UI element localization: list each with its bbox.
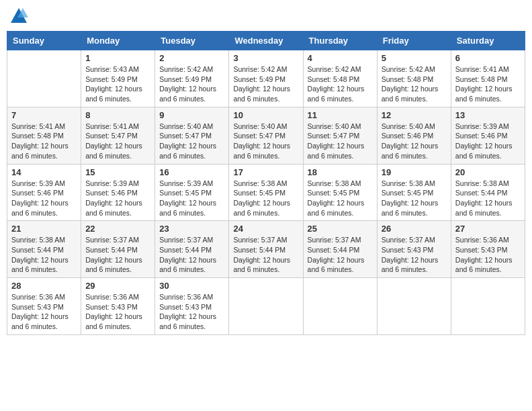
calendar-cell: 8Sunrise: 5:41 AM Sunset: 5:47 PM Daylig… [81, 107, 155, 164]
day-info: Sunrise: 5:38 AM Sunset: 5:44 PM Dayligh… [11, 235, 77, 275]
day-number: 1 [85, 53, 150, 63]
day-info: Sunrise: 5:41 AM Sunset: 5:47 PM Dayligh… [85, 122, 150, 161]
day-info: Sunrise: 5:40 AM Sunset: 5:46 PM Dayligh… [382, 122, 447, 161]
calendar-cell: 6Sunrise: 5:41 AM Sunset: 5:48 PM Daylig… [451, 50, 525, 107]
calendar-cell: 29Sunrise: 5:36 AM Sunset: 5:43 PM Dayli… [81, 278, 155, 335]
day-info: Sunrise: 5:41 AM Sunset: 5:48 PM Dayligh… [11, 122, 77, 161]
day-info: Sunrise: 5:40 AM Sunset: 5:47 PM Dayligh… [308, 122, 373, 161]
day-info: Sunrise: 5:42 AM Sunset: 5:48 PM Dayligh… [308, 64, 373, 104]
calendar-cell: 10Sunrise: 5:40 AM Sunset: 5:47 PM Dayli… [229, 107, 303, 164]
calendar-week-row: 1Sunrise: 5:43 AM Sunset: 5:49 PM Daylig… [7, 50, 525, 107]
day-info: Sunrise: 5:42 AM Sunset: 5:49 PM Dayligh… [233, 64, 298, 104]
calendar-header-row: SundayMondayTuesdayWednesdayThursdayFrid… [7, 32, 525, 50]
day-info: Sunrise: 5:41 AM Sunset: 5:48 PM Dayligh… [455, 64, 521, 104]
calendar-cell [451, 278, 525, 335]
calendar-cell: 15Sunrise: 5:39 AM Sunset: 5:46 PM Dayli… [81, 164, 155, 221]
calendar-cell [377, 278, 451, 335]
calendar-cell [7, 50, 81, 107]
day-info: Sunrise: 5:36 AM Sunset: 5:43 PM Dayligh… [159, 292, 224, 332]
calendar-week-row: 14Sunrise: 5:39 AM Sunset: 5:46 PM Dayli… [7, 164, 525, 221]
calendar-cell: 25Sunrise: 5:37 AM Sunset: 5:44 PM Dayli… [303, 221, 377, 278]
calendar-cell [229, 278, 303, 335]
calendar-cell: 16Sunrise: 5:39 AM Sunset: 5:45 PM Dayli… [155, 164, 229, 221]
day-info: Sunrise: 5:39 AM Sunset: 5:45 PM Dayligh… [159, 179, 224, 218]
day-of-week-header: Tuesday [155, 32, 229, 50]
day-number: 6 [455, 53, 521, 63]
calendar-cell: 14Sunrise: 5:39 AM Sunset: 5:46 PM Dayli… [7, 164, 81, 221]
day-info: Sunrise: 5:42 AM Sunset: 5:48 PM Dayligh… [382, 64, 447, 104]
calendar-cell: 17Sunrise: 5:38 AM Sunset: 5:45 PM Dayli… [229, 164, 303, 221]
day-number: 23 [159, 224, 224, 234]
day-number: 3 [233, 53, 298, 63]
day-number: 13 [455, 110, 521, 120]
day-info: Sunrise: 5:39 AM Sunset: 5:46 PM Dayligh… [455, 122, 521, 161]
day-info: Sunrise: 5:43 AM Sunset: 5:49 PM Dayligh… [85, 64, 150, 104]
day-info: Sunrise: 5:37 AM Sunset: 5:44 PM Dayligh… [159, 235, 224, 275]
day-info: Sunrise: 5:37 AM Sunset: 5:44 PM Dayligh… [308, 235, 373, 275]
day-number: 26 [382, 224, 447, 234]
day-number: 17 [233, 167, 298, 177]
day-number: 29 [85, 281, 150, 291]
day-number: 4 [308, 53, 373, 63]
day-number: 9 [159, 110, 224, 120]
calendar-cell: 11Sunrise: 5:40 AM Sunset: 5:47 PM Dayli… [303, 107, 377, 164]
day-number: 15 [85, 167, 150, 177]
day-number: 19 [382, 167, 447, 177]
day-number: 20 [455, 167, 521, 177]
calendar-cell: 7Sunrise: 5:41 AM Sunset: 5:48 PM Daylig… [7, 107, 81, 164]
day-number: 14 [11, 167, 77, 177]
day-info: Sunrise: 5:37 AM Sunset: 5:44 PM Dayligh… [85, 235, 150, 275]
calendar-cell: 27Sunrise: 5:36 AM Sunset: 5:43 PM Dayli… [451, 221, 525, 278]
day-number: 21 [11, 224, 77, 234]
day-number: 28 [11, 281, 77, 291]
day-number: 24 [233, 224, 298, 234]
calendar-week-row: 28Sunrise: 5:36 AM Sunset: 5:43 PM Dayli… [7, 278, 525, 335]
day-info: Sunrise: 5:37 AM Sunset: 5:44 PM Dayligh… [233, 235, 298, 275]
calendar-cell: 1Sunrise: 5:43 AM Sunset: 5:49 PM Daylig… [81, 50, 155, 107]
page-header [7, 7, 525, 26]
calendar-cell: 24Sunrise: 5:37 AM Sunset: 5:44 PM Dayli… [229, 221, 303, 278]
calendar-cell [303, 278, 377, 335]
day-number: 2 [159, 53, 224, 63]
calendar-cell: 26Sunrise: 5:37 AM Sunset: 5:43 PM Dayli… [377, 221, 451, 278]
day-number: 16 [159, 167, 224, 177]
day-number: 12 [382, 110, 447, 120]
day-number: 11 [308, 110, 373, 120]
calendar-week-row: 7Sunrise: 5:41 AM Sunset: 5:48 PM Daylig… [7, 107, 525, 164]
calendar-cell: 5Sunrise: 5:42 AM Sunset: 5:48 PM Daylig… [377, 50, 451, 107]
calendar-week-row: 21Sunrise: 5:38 AM Sunset: 5:44 PM Dayli… [7, 221, 525, 278]
calendar-cell: 19Sunrise: 5:38 AM Sunset: 5:45 PM Dayli… [377, 164, 451, 221]
day-number: 27 [455, 224, 521, 234]
day-info: Sunrise: 5:40 AM Sunset: 5:47 PM Dayligh… [159, 122, 224, 161]
day-info: Sunrise: 5:42 AM Sunset: 5:49 PM Dayligh… [159, 64, 224, 104]
calendar-cell: 3Sunrise: 5:42 AM Sunset: 5:49 PM Daylig… [229, 50, 303, 107]
day-of-week-header: Sunday [7, 32, 81, 50]
day-info: Sunrise: 5:39 AM Sunset: 5:46 PM Dayligh… [11, 179, 77, 218]
calendar-cell: 9Sunrise: 5:40 AM Sunset: 5:47 PM Daylig… [155, 107, 229, 164]
calendar-cell: 12Sunrise: 5:40 AM Sunset: 5:46 PM Dayli… [377, 107, 451, 164]
day-info: Sunrise: 5:36 AM Sunset: 5:43 PM Dayligh… [11, 292, 77, 332]
day-info: Sunrise: 5:38 AM Sunset: 5:45 PM Dayligh… [233, 179, 298, 218]
calendar-cell: 30Sunrise: 5:36 AM Sunset: 5:43 PM Dayli… [155, 278, 229, 335]
calendar-table: SundayMondayTuesdayWednesdayThursdayFrid… [7, 31, 525, 335]
calendar-cell: 21Sunrise: 5:38 AM Sunset: 5:44 PM Dayli… [7, 221, 81, 278]
calendar-cell: 4Sunrise: 5:42 AM Sunset: 5:48 PM Daylig… [303, 50, 377, 107]
logo-icon [9, 7, 28, 26]
day-number: 18 [308, 167, 373, 177]
day-number: 5 [382, 53, 447, 63]
day-number: 7 [11, 110, 77, 120]
calendar-cell: 20Sunrise: 5:38 AM Sunset: 5:44 PM Dayli… [451, 164, 525, 221]
day-info: Sunrise: 5:37 AM Sunset: 5:43 PM Dayligh… [382, 235, 447, 275]
day-number: 10 [233, 110, 298, 120]
day-number: 22 [85, 224, 150, 234]
calendar-cell: 13Sunrise: 5:39 AM Sunset: 5:46 PM Dayli… [451, 107, 525, 164]
calendar-cell: 2Sunrise: 5:42 AM Sunset: 5:49 PM Daylig… [155, 50, 229, 107]
day-info: Sunrise: 5:38 AM Sunset: 5:45 PM Dayligh… [382, 179, 447, 218]
day-info: Sunrise: 5:36 AM Sunset: 5:43 PM Dayligh… [85, 292, 150, 332]
day-info: Sunrise: 5:38 AM Sunset: 5:45 PM Dayligh… [308, 179, 373, 218]
day-info: Sunrise: 5:40 AM Sunset: 5:47 PM Dayligh… [233, 122, 298, 161]
day-info: Sunrise: 5:39 AM Sunset: 5:46 PM Dayligh… [85, 179, 150, 218]
calendar-cell: 18Sunrise: 5:38 AM Sunset: 5:45 PM Dayli… [303, 164, 377, 221]
logo [9, 7, 31, 26]
day-info: Sunrise: 5:36 AM Sunset: 5:43 PM Dayligh… [455, 235, 521, 275]
